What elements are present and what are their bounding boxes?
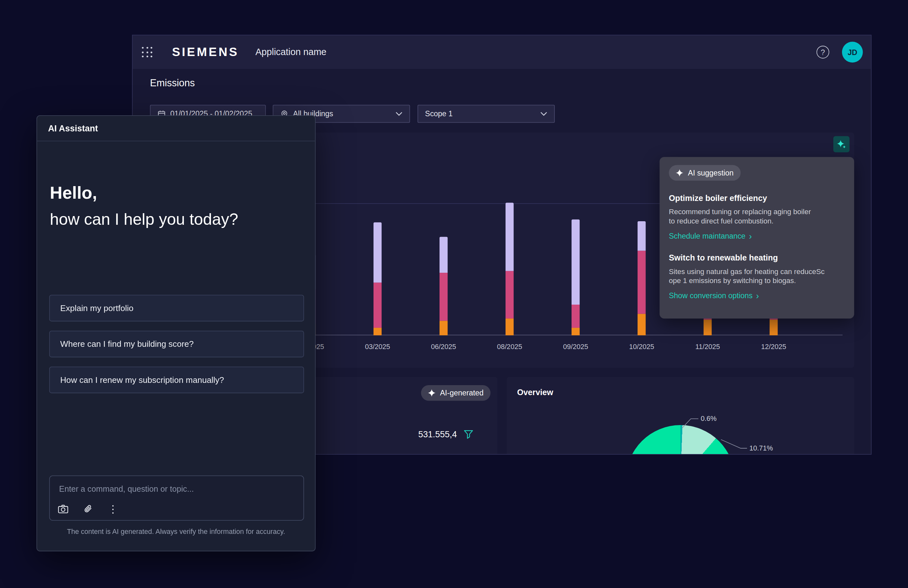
ai-generated-badge-label: AI-generated <box>440 389 484 397</box>
suggestion-body: Sites using natural gas for heating can … <box>669 267 845 286</box>
assistant-input-box: ⋮ <box>49 475 304 521</box>
bar-segment-bottom-orange <box>572 328 580 335</box>
bar-segment-middle-pink <box>374 283 382 328</box>
link-label: Show conversion options <box>669 292 752 300</box>
scope-value: Scope 1 <box>425 110 453 118</box>
x-axis-label: 11/2025 <box>684 343 731 351</box>
question-glyph: ? <box>821 48 825 56</box>
ai-suggestion-badge: AI suggestion <box>669 165 741 181</box>
assistant-suggestion-building-score[interactable]: Where can I find my building score? <box>49 331 304 358</box>
bar-segment-top-lavender <box>440 237 448 273</box>
schedule-maintenance-link[interactable]: Schedule maintanance › <box>669 232 845 240</box>
app-launcher-icon[interactable] <box>142 47 153 58</box>
bar-segment-middle-pink <box>572 304 580 328</box>
bar-segment-middle-pink <box>638 251 646 314</box>
chevron-down-icon <box>540 112 547 116</box>
bar-stack-09-2025 <box>572 220 580 335</box>
bar-segment-bottom-orange <box>770 320 778 335</box>
camera-icon[interactable] <box>58 504 68 514</box>
overview-card: Overview 0.6% 10.71% <box>507 377 854 455</box>
ai-suggestion-badge-label: AI suggestion <box>688 168 734 177</box>
assistant-input-actions: ⋮ <box>58 504 118 514</box>
app-header: SIEMENS Application name ? JD <box>133 35 871 69</box>
ai-suggestion-popover: AI suggestion Optimize boiler efficiency… <box>659 157 854 319</box>
assistant-command-input[interactable] <box>58 482 295 496</box>
chevron-down-icon <box>395 112 402 116</box>
bar-segment-top-lavender <box>374 222 382 283</box>
greeting-bold: Hello, <box>50 180 238 206</box>
bar-stack-10-2025 <box>638 221 646 335</box>
suggestion-body-line: Sites using natural gas for heating can … <box>669 267 845 276</box>
assistant-suggestion-renew-subscription[interactable]: How can I renew my subscription manually… <box>49 366 304 393</box>
sparkle-icon <box>676 169 683 176</box>
link-label: Schedule maintanance <box>669 232 745 240</box>
suggestion-body: Recommend tuning or replacing aging boil… <box>669 207 845 226</box>
stage: SIEMENS Application name ? JD Emissions … <box>0 0 908 588</box>
sparkle-icon <box>837 139 846 150</box>
bar-segment-middle-pink <box>440 273 448 321</box>
bar-segment-bottom-orange <box>374 328 382 335</box>
x-axis-label: 03/2025 <box>354 343 401 351</box>
emissions-total-row: 531.555,4 <box>418 429 473 439</box>
sparkle-icon <box>428 389 435 397</box>
bar-segment-top-lavender <box>506 203 514 271</box>
emissions-total-value: 531.555,4 <box>418 429 457 439</box>
bar-segment-middle-pink <box>506 271 514 319</box>
suggestion-body-line: Recommend tuning or replacing aging boil… <box>669 207 845 217</box>
show-conversion-options-link[interactable]: Show conversion options › <box>669 292 845 300</box>
pie-label-small-slice: 0.6% <box>700 415 716 423</box>
suggestion-body-line: to reduce direct fuel combustion. <box>669 217 845 226</box>
bar-stack-03-2025 <box>374 222 382 335</box>
x-axis-label: 12/2025 <box>750 343 797 351</box>
x-axis-label: 10/2025 <box>618 343 665 351</box>
bar-segment-top-lavender <box>572 220 580 304</box>
assistant-header: AI Assistant <box>37 116 315 141</box>
app-name: Application name <box>255 47 327 57</box>
page-title: Emissions <box>150 77 195 89</box>
bar-segment-bottom-orange <box>506 319 514 335</box>
ai-assistant-panel: AI Assistant Hello, how can I help you t… <box>36 115 316 551</box>
bar-stack-08-2025 <box>506 203 514 335</box>
filter-funnel-icon[interactable] <box>464 430 473 439</box>
more-options-icon[interactable]: ⋮ <box>108 504 118 514</box>
suggestion-title: Switch to renewable heating <box>669 253 845 263</box>
ai-disclaimer: The content is AI generated. Always veri… <box>37 527 315 535</box>
scope-dropdown[interactable]: Scope 1 <box>418 105 555 123</box>
overview-title: Overview <box>517 387 553 397</box>
greeting-rest: how can I help you today? <box>50 206 238 233</box>
overview-pie-chart <box>626 425 735 455</box>
siemens-logo: SIEMENS <box>172 45 239 59</box>
attachment-icon[interactable] <box>84 504 93 514</box>
x-axis-label: 06/2025 <box>420 343 467 351</box>
bar-segment-bottom-orange <box>638 314 646 335</box>
help-icon[interactable]: ? <box>816 46 829 59</box>
assistant-title: AI Assistant <box>48 123 98 133</box>
assistant-suggestion-portfolio[interactable]: Explain my portfolio <box>49 295 304 321</box>
pie-label-mint-slice: 10.71% <box>749 444 773 452</box>
bar-segment-bottom-orange <box>440 321 448 335</box>
avatar[interactable]: JD <box>842 42 863 63</box>
suggestion-title: Optimize boiler efficiency <box>669 193 845 203</box>
x-axis-label: 09/2025 <box>552 343 599 351</box>
bar-stack-06-2025 <box>440 237 448 335</box>
ai-generated-badge: AI-generated <box>421 385 490 401</box>
suggestion-body-line: ope 1 emissions by switching to biogas. <box>669 276 845 286</box>
bar-segment-top-lavender <box>638 221 646 251</box>
bar-segment-bottom-orange <box>704 320 712 335</box>
x-axis-label: 08/2025 <box>486 343 533 351</box>
assistant-greeting: Hello, how can I help you today? <box>50 180 238 233</box>
ai-suggestion-button[interactable] <box>833 136 849 152</box>
chevron-right-icon: › <box>756 292 759 299</box>
chevron-right-icon: › <box>749 232 752 240</box>
